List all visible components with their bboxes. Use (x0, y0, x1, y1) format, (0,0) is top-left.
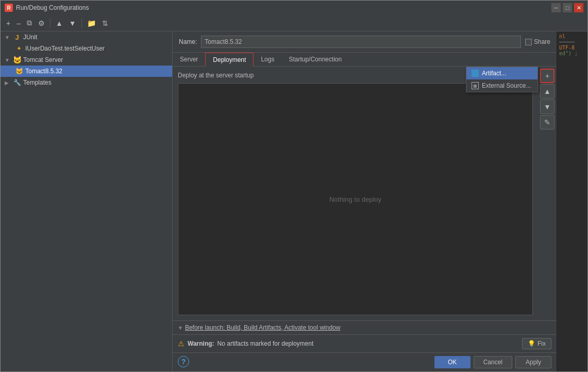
folder-button[interactable]: 📁 (85, 18, 98, 29)
warning-content: ⚠ Warning: No artifacts marked for deplo… (178, 339, 313, 348)
add-config-button[interactable]: + (4, 18, 13, 29)
move-down-button[interactable]: ▼ (66, 18, 79, 29)
tree-item-junit[interactable]: ▼ J JUnit (1, 31, 172, 43)
warning-icon: ⚠ (178, 339, 184, 348)
bottom-bar: ? OK Cancel Apply (173, 352, 557, 371)
config-tree: ▼ J JUnit ✦ IUserDaoTest.testSelectUser … (1, 31, 173, 371)
config-panel: Name: Share Server Deployment Logs Start… (173, 31, 557, 371)
title-bar: R Run/Debug Configurations ─ □ ✕ (1, 1, 587, 15)
tomcat-icon: 🐱 (13, 56, 21, 64)
edit-deploy-button[interactable]: ✎ (540, 115, 555, 130)
share-checkbox[interactable] (525, 39, 532, 45)
config-tabs: Server Deployment Logs Startup/Connectio… (173, 53, 557, 67)
add-deploy-button[interactable]: + (540, 69, 555, 83)
right-sidebar: nl ───── UTF-8 ed") ; (557, 31, 587, 371)
move-up-button[interactable]: ▲ (53, 18, 65, 29)
tab-server[interactable]: Server (173, 53, 205, 66)
artifact-icon (472, 70, 479, 77)
maximize-button[interactable]: □ (563, 3, 572, 12)
svg-marker-0 (473, 71, 477, 75)
dropdown-artifact[interactable]: Artifact... (466, 67, 537, 79)
add-dropdown-menu: Artifact... ▦ External Source... (466, 67, 538, 92)
deploy-sidebar: Artifact... ▦ External Source... + ▲ ▼ ✎ (538, 67, 557, 320)
before-launch-section: ▼ Before launch: Build, Build Artifacts,… (173, 320, 557, 334)
templates-arrow: ▶ (5, 80, 11, 86)
before-launch-label: Before launch: Build, Build Artifacts, A… (185, 324, 341, 331)
move-down-deploy-button[interactable]: ▼ (540, 100, 555, 114)
main-content: ▼ J JUnit ✦ IUserDaoTest.testSelectUser … (1, 31, 587, 371)
minimize-button[interactable]: ─ (551, 3, 561, 12)
tree-item-tomcat-child[interactable]: 🐱 Tomact8.5.32 (1, 66, 172, 77)
fix-label: Fix (537, 340, 546, 347)
before-launch-header[interactable]: ▼ Before launch: Build, Build Artifacts,… (178, 324, 551, 331)
toolbar-separator-2 (81, 18, 82, 28)
tomcat-child-icon: 🐱 (15, 67, 23, 75)
warning-label: Warning: (188, 340, 214, 347)
tab-startup[interactable]: Startup/Connection (281, 53, 349, 66)
junit-test-icon: ✦ (15, 44, 23, 53)
before-launch-arrow: ▼ (178, 325, 183, 331)
cancel-button[interactable]: Cancel (474, 356, 512, 368)
move-up-deploy-button[interactable]: ▲ (540, 84, 555, 99)
tomcat-arrow: ▼ (5, 57, 11, 63)
code-line-4: ed") ; (559, 51, 585, 56)
close-button[interactable]: ✕ (574, 3, 583, 12)
tree-item-tomcat[interactable]: ▼ 🐱 Tomcat Server (1, 54, 172, 66)
external-source-icon: ▦ (472, 82, 479, 89)
code-preview: nl ───── UTF-8 ed") ; (557, 31, 587, 371)
window-controls: ─ □ ✕ (551, 3, 583, 12)
window-icon: R (5, 4, 13, 12)
external-label: External Source... (482, 82, 531, 89)
templates-label: Templates (23, 79, 52, 86)
code-line-3: UTF-8 (559, 45, 585, 51)
deploy-main: Deploy at the server startup Nothing to … (173, 67, 538, 320)
fix-button[interactable]: 💡 Fix (522, 338, 551, 349)
wrench-icon: 🔧 (13, 78, 21, 87)
share-area: Share (525, 38, 550, 45)
tab-logs[interactable]: Logs (254, 53, 281, 66)
artifact-label: Artifact... (482, 70, 506, 77)
code-line-1: nl (559, 34, 585, 39)
tomcat-label: Tomcat Server (23, 56, 63, 63)
nothing-label: Nothing to deploy (329, 196, 381, 203)
remove-config-button[interactable]: – (14, 18, 23, 29)
share-label: Share (534, 38, 550, 45)
sort-button[interactable]: ⇅ (99, 18, 111, 29)
copy-config-button[interactable]: ⧉ (24, 17, 35, 29)
toolbar-separator (50, 18, 51, 28)
code-line-2: ───── (559, 39, 585, 45)
settings-button[interactable]: ⚙ (36, 18, 47, 29)
junit-arrow: ▼ (5, 35, 11, 40)
dropdown-external[interactable]: ▦ External Source... (466, 79, 537, 92)
help-button[interactable]: ? (178, 356, 189, 367)
apply-button[interactable]: Apply (515, 356, 551, 368)
junit-label: JUnit (23, 34, 37, 41)
tree-item-templates[interactable]: ▶ 🔧 Templates (1, 77, 172, 88)
junit-icon: J (13, 33, 21, 41)
name-label: Name: (179, 38, 197, 45)
name-bar: Name: Share (173, 31, 557, 53)
tomcat-child-label: Tomact8.5.32 (25, 68, 62, 75)
junit-child-label: IUserDaoTest.testSelectUser (25, 45, 105, 52)
tree-item-junit-child[interactable]: ✦ IUserDaoTest.testSelectUser (1, 43, 172, 54)
name-input[interactable] (201, 36, 521, 48)
toolbar: + – ⧉ ⚙ ▲ ▼ 📁 ⇅ (1, 15, 587, 31)
deploy-list: Nothing to deploy (178, 83, 533, 315)
ok-button[interactable]: OK (434, 356, 471, 368)
tab-deployment[interactable]: Deployment (205, 53, 254, 67)
warning-text: No artifacts marked for deployment (217, 340, 314, 347)
warning-bar: ⚠ Warning: No artifacts marked for deplo… (173, 334, 557, 352)
fix-icon: 💡 (528, 340, 535, 347)
deployment-area: Deploy at the server startup Nothing to … (173, 67, 557, 320)
window-title: Run/Debug Configurations (16, 4, 548, 11)
